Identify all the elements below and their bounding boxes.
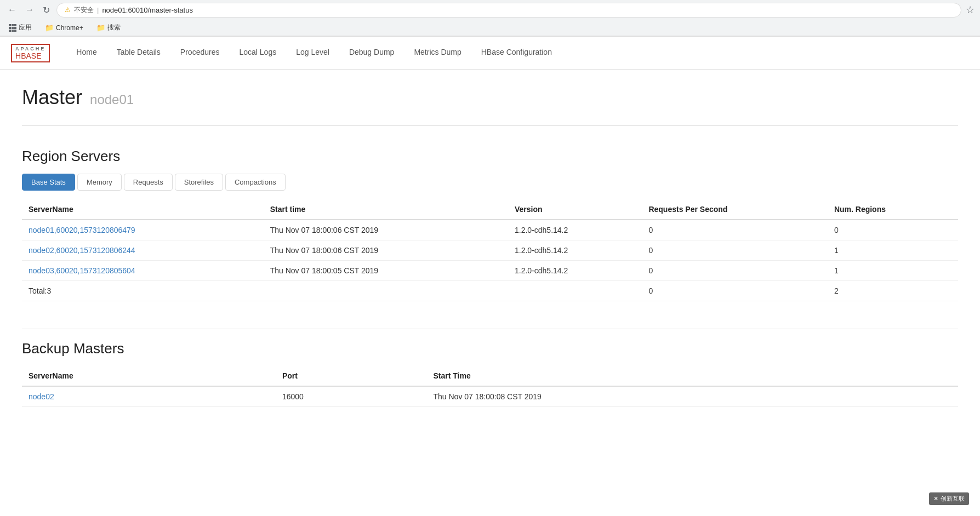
page-hostname: node01 <box>90 92 134 107</box>
url-separator: | <box>97 6 99 14</box>
bookmark-apps[interactable]: 应用 <box>5 22 35 33</box>
logo-hbase-text: HBASE <box>15 51 45 60</box>
backup-cell-start-time-1: Thu Nov 07 18:00:08 CST 2019 <box>426 386 958 407</box>
tab-compactions[interactable]: Compactions <box>225 174 286 191</box>
backup-col-server-name: ServerName <box>22 366 276 386</box>
apps-grid-icon <box>9 24 16 32</box>
folder-icon-2: 📁 <box>96 24 105 32</box>
nav-debug-dump[interactable]: Debug Dump <box>339 37 404 69</box>
server-link-1[interactable]: node01,60020,1573120806479 <box>29 226 135 234</box>
main-content: Master node01 Region Servers Base Stats … <box>0 70 980 423</box>
backup-server-link-1[interactable]: node02 <box>29 392 54 401</box>
col-start-time: Start time <box>264 199 508 220</box>
bookmark-star-icon[interactable]: ☆ <box>966 4 975 16</box>
back-button[interactable]: ← <box>5 4 19 16</box>
svg-rect-3 <box>9 27 11 29</box>
bookmark-chrome-plus[interactable]: 📁 Chrome+ <box>42 22 87 33</box>
col-num-regions: Num. Regions <box>828 199 958 220</box>
cell-version-2: 1.2.0-cdh5.14.2 <box>508 240 642 261</box>
page-title: Master <box>22 86 82 109</box>
backup-cell-port-1: 16000 <box>276 386 427 407</box>
cell-server-name-1: node01,60020,1573120806479 <box>22 220 264 240</box>
nav-local-logs[interactable]: Local Logs <box>229 37 286 69</box>
col-server-name: ServerName <box>22 199 264 220</box>
browser-toolbar: ← → ↻ ⚠ 不安全 | node01:60010/master-status… <box>0 0 980 20</box>
backup-col-port: Port <box>276 366 427 386</box>
cell-total-label: Total:3 <box>22 281 264 301</box>
svg-rect-5 <box>14 27 16 29</box>
cell-total-empty-1 <box>264 281 508 301</box>
nav-home[interactable]: Home <box>66 37 106 69</box>
nav-table-details[interactable]: Table Details <box>107 37 170 69</box>
cell-regions-3: 1 <box>828 261 958 281</box>
security-icon: ⚠ <box>65 6 71 14</box>
tab-requests[interactable]: Requests <box>124 174 173 191</box>
svg-rect-4 <box>12 27 14 29</box>
hbase-header: APACHE HBASE Home Table Details Procedur… <box>0 37 980 70</box>
backup-masters-section: Backup Masters ServerName Port Start Tim… <box>22 329 958 407</box>
nav-hbase-configuration[interactable]: HBase Configuration <box>471 37 562 69</box>
svg-rect-2 <box>14 24 16 26</box>
bookmark-search[interactable]: 📁 搜索 <box>93 22 124 33</box>
svg-rect-0 <box>9 24 11 26</box>
address-bar[interactable]: ⚠ 不安全 | node01:60010/master-status <box>56 3 961 18</box>
title-divider <box>22 125 958 126</box>
table-row: node02,60020,1573120806244 Thu Nov 07 18… <box>22 240 958 261</box>
svg-rect-6 <box>9 30 11 32</box>
cell-rps-3: 0 <box>642 261 827 281</box>
cell-rps-2: 0 <box>642 240 827 261</box>
tab-storefiles[interactable]: Storefiles <box>175 174 223 191</box>
region-servers-section: Region Servers Base Stats Memory Request… <box>22 148 958 301</box>
cell-total-regions: 2 <box>828 281 958 301</box>
backup-divider <box>22 329 958 329</box>
nav-menu: Home Table Details Procedures Local Logs… <box>66 37 562 69</box>
cell-version-1: 1.2.0-cdh5.14.2 <box>508 220 642 240</box>
url-text: node01:60010/master-status <box>102 6 193 14</box>
server-link-3[interactable]: node03,60020,1573120805604 <box>29 266 135 275</box>
nav-log-level[interactable]: Log Level <box>286 37 339 69</box>
backup-masters-table: ServerName Port Start Time node02 16000 … <box>22 366 958 407</box>
browser-chrome: ← → ↻ ⚠ 不安全 | node01:60010/master-status… <box>0 0 980 37</box>
svg-rect-7 <box>12 30 14 32</box>
cell-version-3: 1.2.0-cdh5.14.2 <box>508 261 642 281</box>
table-row: node02 16000 Thu Nov 07 18:00:08 CST 201… <box>22 386 958 407</box>
total-row: Total:3 0 2 <box>22 281 958 301</box>
hbase-logo[interactable]: APACHE HBASE <box>11 44 50 62</box>
server-link-2[interactable]: node02,60020,1573120806244 <box>29 246 135 255</box>
forward-button[interactable]: → <box>23 4 36 16</box>
cell-start-time-2: Thu Nov 07 18:00:06 CST 2019 <box>264 240 508 261</box>
table-header-row: ServerName Start time Version Requests P… <box>22 199 958 220</box>
region-servers-title: Region Servers <box>22 148 958 165</box>
bookmarks-bar: 应用 📁 Chrome+ 📁 搜索 <box>0 20 980 36</box>
cell-server-name-2: node02,60020,1573120806244 <box>22 240 264 261</box>
logo-apache-text: APACHE <box>15 46 45 51</box>
cell-start-time-3: Thu Nov 07 18:00:05 CST 2019 <box>264 261 508 281</box>
bookmark-apps-label: 应用 <box>19 23 32 32</box>
cell-regions-1: 0 <box>828 220 958 240</box>
backup-table-header-row: ServerName Port Start Time <box>22 366 958 386</box>
region-server-tabs: Base Stats Memory Requests Storefiles Co… <box>22 174 958 191</box>
backup-cell-server-name-1: node02 <box>22 386 276 407</box>
reload-button[interactable]: ↻ <box>41 4 52 16</box>
region-servers-table: ServerName Start time Version Requests P… <box>22 199 958 301</box>
cell-total-empty-2 <box>508 281 642 301</box>
page-title-section: Master node01 <box>22 86 958 109</box>
nav-metrics-dump[interactable]: Metrics Dump <box>404 37 471 69</box>
col-version: Version <box>508 199 642 220</box>
tab-memory[interactable]: Memory <box>77 174 122 191</box>
table-row: node03,60020,1573120805604 Thu Nov 07 18… <box>22 261 958 281</box>
cell-regions-2: 1 <box>828 240 958 261</box>
backup-masters-title: Backup Masters <box>22 340 958 357</box>
nav-procedures[interactable]: Procedures <box>170 37 230 69</box>
table-row: node01,60020,1573120806479 Thu Nov 07 18… <box>22 220 958 240</box>
security-label: 不安全 <box>74 5 94 15</box>
bookmark-chrome-plus-label: Chrome+ <box>56 24 83 32</box>
logo-box: APACHE HBASE <box>11 44 50 62</box>
cell-start-time-1: Thu Nov 07 18:00:06 CST 2019 <box>264 220 508 240</box>
folder-icon-1: 📁 <box>45 24 54 32</box>
backup-col-start-time: Start Time <box>426 366 958 386</box>
svg-rect-1 <box>12 24 14 26</box>
svg-rect-8 <box>14 30 16 32</box>
tab-base-stats[interactable]: Base Stats <box>22 174 75 191</box>
bookmark-search-label: 搜索 <box>107 23 121 32</box>
